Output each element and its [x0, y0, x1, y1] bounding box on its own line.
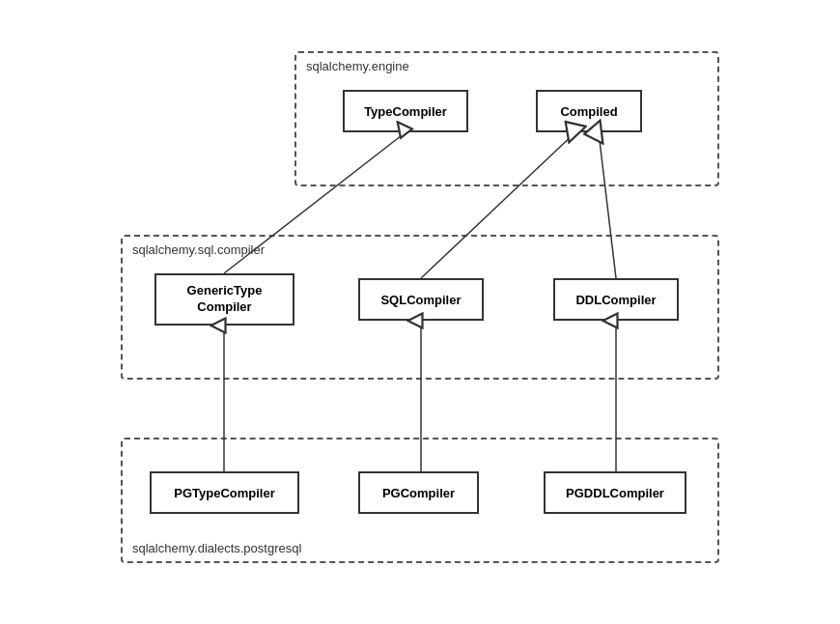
class-ddlcompiler-label: DDLCompiler — [575, 293, 656, 307]
uml-diagram: sqlalchemy.engine sqlalchemy.sql.compile… — [43, 32, 797, 592]
class-sqlcompiler-label: SQLCompiler — [380, 293, 461, 307]
class-sqlcompiler: SQLCompiler — [358, 278, 484, 321]
class-generictypecompiler-label: GenericType Compiler — [187, 283, 263, 316]
package-dialects-label: sqlalchemy.dialects.postgresql — [132, 541, 301, 555]
class-pgcompiler-label: PGCompiler — [382, 486, 455, 500]
class-compiled: Compiled — [536, 90, 642, 132]
class-ddlcompiler: DDLCompiler — [553, 278, 679, 321]
class-generictypecompiler: GenericType Compiler — [154, 273, 294, 326]
class-typecompiler: TypeCompiler — [343, 90, 468, 132]
class-pgtypecompiler-label: PGTypeCompiler — [174, 486, 275, 500]
class-pgtypecompiler: PGTypeCompiler — [150, 471, 299, 514]
class-compiled-label: Compiled — [560, 104, 617, 119]
class-pgddlcompiler-label: PGDDLCompiler — [566, 486, 664, 500]
class-typecompiler-label: TypeCompiler — [364, 104, 447, 119]
package-engine-label: sqlalchemy.engine — [306, 59, 409, 73]
class-pgddlcompiler: PGDDLCompiler — [544, 471, 686, 514]
class-pgcompiler: PGCompiler — [358, 471, 479, 514]
package-compiler-label: sqlalchemy.sql.compiler — [132, 242, 265, 257]
